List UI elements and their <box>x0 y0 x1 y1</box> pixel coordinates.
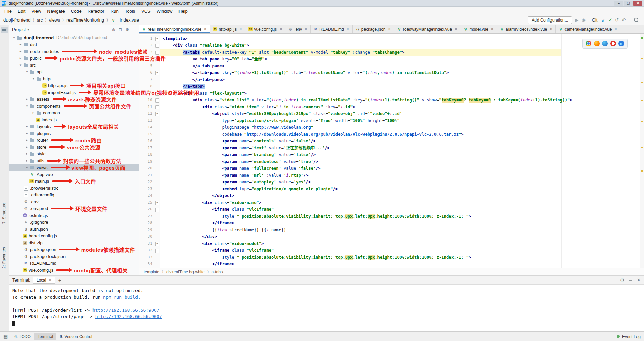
tree-item-.env[interactable]: ⚙.env <box>9 198 139 205</box>
tab-README.md[interactable]: MREADME.md✕ <box>311 25 353 33</box>
tree-item-layouts[interactable]: ▸layoutslayouts全局布局相关 <box>9 123 139 130</box>
menu-item-window[interactable]: Window <box>154 7 175 15</box>
breadcrumb-item[interactable]: realTimeMonitoring <box>66 17 104 23</box>
close-icon[interactable]: ✕ <box>304 27 307 31</box>
minimize-panel-icon[interactable]: ─ <box>629 277 632 283</box>
update-project-icon[interactable]: ↙ <box>601 18 605 22</box>
minimize-button[interactable]: – <box>614 1 623 6</box>
terminal-settings-icon[interactable]: ⚙ <box>620 277 624 283</box>
tree-item-.editorconfig[interactable]: .editorconfig <box>9 191 139 198</box>
fold-marker-icon[interactable] <box>155 97 160 104</box>
close-panel-icon[interactable]: ✕ <box>637 277 641 283</box>
menu-item-file[interactable]: File <box>1 7 15 15</box>
chevron-down-icon[interactable]: ▾ <box>31 77 36 80</box>
fold-marker-icon[interactable] <box>155 104 160 110</box>
stripe-mark[interactable] <box>641 121 643 122</box>
menu-item-run[interactable]: Run <box>108 7 122 15</box>
code-line[interactable]: 16 <param name='controls' value='false'/… <box>139 138 644 145</box>
tree-item-http-api.js[interactable]: JShttp-api.js项目相关api接口 <box>9 82 139 89</box>
code-line[interactable]: 23 <embed type="application/x-google-vlc… <box>139 186 644 192</box>
chevron-down-icon[interactable]: ▾ <box>12 36 16 39</box>
tree-item-components[interactable]: ▾components页面公共组件文件 <box>9 103 139 109</box>
code-line[interactable]: 2 <div class="realTime bg-white"> <box>139 42 644 49</box>
code-line[interactable]: 27 style=" position:absolute;visibility:… <box>139 213 644 220</box>
fold-marker-icon[interactable] <box>155 69 160 76</box>
code-line[interactable]: 9 <div class="flex-layouts"> <box>139 90 644 97</box>
code-line[interactable]: 13 type='application/x-vlc-plugin' event… <box>139 117 644 124</box>
close-icon[interactable]: ✕ <box>279 27 282 31</box>
menu-item-tools[interactable]: Tools <box>122 7 138 15</box>
fold-marker-icon[interactable] <box>155 206 160 213</box>
opera-browser-icon[interactable] <box>610 41 616 46</box>
breadcrumb-item[interactable]: index.vue <box>120 17 139 23</box>
chrome-browser-icon[interactable] <box>586 41 591 46</box>
tree-item-README.md[interactable]: MREADME.md <box>9 260 139 267</box>
chevron-right-icon[interactable]: ▸ <box>25 166 29 169</box>
edge-browser-icon[interactable]: e <box>618 41 624 46</box>
tree-item-importExcel.js[interactable]: JSimportExcel.js暴露环境变量地址给图片or视频资源路径使用 <box>9 89 139 96</box>
close-icon[interactable]: ✕ <box>48 278 51 282</box>
menu-item-view[interactable]: View <box>28 7 44 15</box>
terminal-tab-local[interactable]: Local ✕ <box>33 277 55 284</box>
commit-icon[interactable]: ✔ <box>608 18 612 22</box>
code-line[interactable]: 20 <param name='fullscreen' value='false… <box>139 165 644 172</box>
breadcrumb-item[interactable]: src <box>37 17 43 23</box>
tab-vue.config.js[interactable]: JSvue.config.js✕ <box>245 25 285 33</box>
tree-item-package.json[interactable]: {}package.jsonmodules依赖描述文件 <box>9 246 139 253</box>
chevron-right-icon[interactable]: ▸ <box>18 56 23 60</box>
code-line[interactable]: 17 <param name='text' value='正在加载视频中...'… <box>139 145 644 151</box>
tab-package.json[interactable]: {}package.json✕ <box>353 25 394 33</box>
editor-breadcrumb-item[interactable]: a-tabs <box>212 270 223 274</box>
fold-marker-icon[interactable] <box>155 110 160 117</box>
tree-item-package-lock.json[interactable]: {}package-lock.json <box>9 253 139 260</box>
code-line[interactable]: 26 <iframe class="vlcIframe" <box>139 206 644 213</box>
search-everywhere-icon[interactable] <box>634 18 639 22</box>
tree-item-plugins[interactable]: ▸plugins <box>9 130 139 137</box>
tab-http-api.js[interactable]: JShttp-api.js✕ <box>210 25 245 33</box>
debug-icon[interactable]: ◉ <box>582 18 585 22</box>
tree-item-.gitignore[interactable]: ◆.gitignore <box>9 219 139 226</box>
close-button[interactable]: ✕ <box>633 1 642 6</box>
chevron-right-icon[interactable]: ▸ <box>25 97 29 101</box>
toolwindow-switcher-icon[interactable]: ▦ <box>3 334 8 339</box>
editor-breadcrumb-item[interactable]: div.realTime.bg-white <box>166 270 205 274</box>
project-tool-button[interactable] <box>1 27 8 33</box>
tree-item-api[interactable]: ▾api <box>9 68 139 75</box>
code-line[interactable]: 18 <param name='branding' value='false'/… <box>139 151 644 158</box>
chevron-right-icon[interactable]: ▸ <box>25 132 29 135</box>
stripe-mark[interactable] <box>641 100 643 101</box>
structure-tool-button[interactable]: 7: Structure <box>2 203 6 224</box>
tree-item-vue.config.js[interactable]: JSvue.config.jsconfig配置、代理相关 <box>9 267 139 273</box>
tree-item-src[interactable]: ▾src <box>9 62 139 68</box>
fold-marker-icon[interactable] <box>155 199 160 206</box>
stripe-mark[interactable] <box>641 82 643 83</box>
breadcrumb-item[interactable]: duoji-frontend <box>3 17 31 23</box>
code-line[interactable]: 24 </object> <box>139 192 644 199</box>
run-icon[interactable]: ▶ <box>575 18 578 22</box>
close-icon[interactable]: ✕ <box>454 27 457 31</box>
stripe-mark[interactable] <box>641 170 643 172</box>
breadcrumb-item[interactable]: views <box>49 17 60 23</box>
terminal-link[interactable]: http://192.168.66.56:9007 <box>95 314 162 319</box>
chevron-down-icon[interactable]: ▾ <box>18 63 23 67</box>
close-icon[interactable]: ✕ <box>239 27 242 31</box>
editor-breadcrumb-item[interactable]: template <box>144 270 159 274</box>
tree-item-utils[interactable]: ▸utils封装的一些公共函数方法 <box>9 157 139 164</box>
close-icon[interactable]: ✕ <box>491 27 494 31</box>
code-line[interactable]: 31 <div class="video-model"> <box>139 240 644 247</box>
status-item-terminal[interactable]: Terminal <box>34 333 56 340</box>
tab-alarmVideos-index.vue[interactable]: ValarmVideos\index.vue✕ <box>497 25 556 33</box>
chevron-right-icon[interactable]: ▸ <box>25 152 29 155</box>
error-stripe[interactable] <box>640 34 644 268</box>
history-icon[interactable]: ↺ <box>615 18 619 22</box>
tree-item-node_modules[interactable]: ▸node_modulesnode_modules依赖 <box>9 48 139 55</box>
code-line[interactable]: 12 <object style="width:390px;height:219… <box>139 110 644 117</box>
tree-item-index.js[interactable]: JSindex.js <box>9 116 139 123</box>
code-line[interactable]: 10 <div class="video-list" v-for="(item,… <box>139 97 644 104</box>
tree-item-babel.config.js[interactable]: JSbabel.config.js <box>9 232 139 239</box>
firefox-browser-icon[interactable] <box>594 41 600 46</box>
tree-item-public[interactable]: ▸publicpublic资源文件夹，一般放引用的第三方插件 <box>9 55 139 62</box>
close-icon[interactable]: ✕ <box>346 27 349 31</box>
code-line[interactable]: 34 </iframe> <box>139 261 644 268</box>
close-icon[interactable]: ✕ <box>549 27 553 31</box>
